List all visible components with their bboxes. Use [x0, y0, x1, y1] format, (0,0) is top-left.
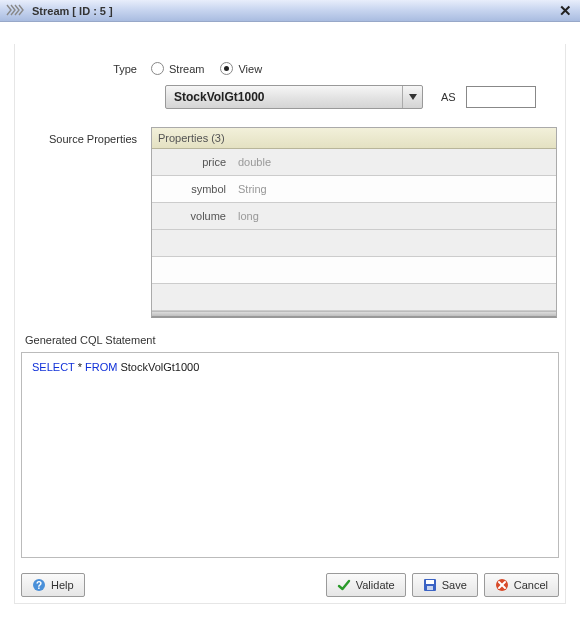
- help-icon: ?: [32, 578, 46, 592]
- radio-view-label: View: [238, 63, 262, 75]
- properties-table: Properties (3) price double symbol Strin…: [151, 127, 557, 318]
- button-bar: ? Help Validate Save Cancel: [21, 573, 559, 597]
- radio-icon: [220, 62, 233, 75]
- table-row[interactable]: volume long: [152, 203, 556, 230]
- table-row: [152, 230, 556, 257]
- cancel-icon: [495, 578, 509, 592]
- table-footer-bar: [152, 311, 556, 316]
- property-name: volume: [178, 210, 238, 222]
- cql-label: Generated CQL Statement: [25, 334, 559, 346]
- radio-icon: [151, 62, 164, 75]
- stream-chevrons-icon: [6, 4, 28, 18]
- property-type: double: [238, 156, 271, 168]
- cancel-button[interactable]: Cancel: [484, 573, 559, 597]
- window-title: Stream [ ID : 5 ]: [32, 5, 113, 17]
- svg-rect-5: [427, 586, 433, 590]
- cql-text: *: [75, 361, 85, 373]
- svg-marker-0: [409, 94, 417, 100]
- table-row[interactable]: symbol String: [152, 176, 556, 203]
- validate-button[interactable]: Validate: [326, 573, 406, 597]
- table-row: [152, 284, 556, 311]
- dialog-content: Type Stream View StockVolGt1000 AS Sourc…: [0, 22, 580, 612]
- property-name: symbol: [178, 183, 238, 195]
- cql-keyword: FROM: [85, 361, 117, 373]
- floppy-icon: [423, 578, 437, 592]
- source-properties-section: Source Properties Properties (3) price d…: [21, 127, 559, 318]
- properties-header: Properties (3): [152, 128, 556, 149]
- cql-statement-box[interactable]: SELECT * FROM StockVolGt1000: [21, 352, 559, 558]
- save-button-label: Save: [442, 579, 467, 591]
- chevron-down-icon: [402, 86, 422, 108]
- radio-stream-label: Stream: [169, 63, 204, 75]
- check-icon: [337, 578, 351, 592]
- source-select-value: StockVolGt1000: [166, 90, 402, 104]
- table-row[interactable]: price double: [152, 149, 556, 176]
- svg-rect-4: [426, 580, 434, 584]
- radio-stream[interactable]: Stream: [151, 62, 204, 75]
- help-button-label: Help: [51, 579, 74, 591]
- as-label: AS: [441, 91, 456, 103]
- radio-view[interactable]: View: [220, 62, 262, 75]
- close-icon[interactable]: ✕: [556, 2, 574, 20]
- svg-text:?: ?: [36, 580, 42, 591]
- help-button[interactable]: ? Help: [21, 573, 85, 597]
- dialog-body: Type Stream View StockVolGt1000 AS Sourc…: [14, 44, 566, 604]
- property-name: price: [178, 156, 238, 168]
- table-row: [152, 257, 556, 284]
- cql-text: StockVolGt1000: [117, 361, 199, 373]
- titlebar: Stream [ ID : 5 ] ✕: [0, 0, 580, 22]
- property-type: String: [238, 183, 267, 195]
- source-properties-label: Source Properties: [21, 127, 151, 145]
- cql-keyword: SELECT: [32, 361, 75, 373]
- as-input[interactable]: [466, 86, 536, 108]
- source-select[interactable]: StockVolGt1000: [165, 85, 423, 109]
- select-row: StockVolGt1000 AS: [21, 85, 559, 109]
- save-button[interactable]: Save: [412, 573, 478, 597]
- type-label: Type: [21, 63, 151, 75]
- validate-button-label: Validate: [356, 579, 395, 591]
- cancel-button-label: Cancel: [514, 579, 548, 591]
- type-row: Type Stream View: [21, 62, 559, 75]
- property-type: long: [238, 210, 259, 222]
